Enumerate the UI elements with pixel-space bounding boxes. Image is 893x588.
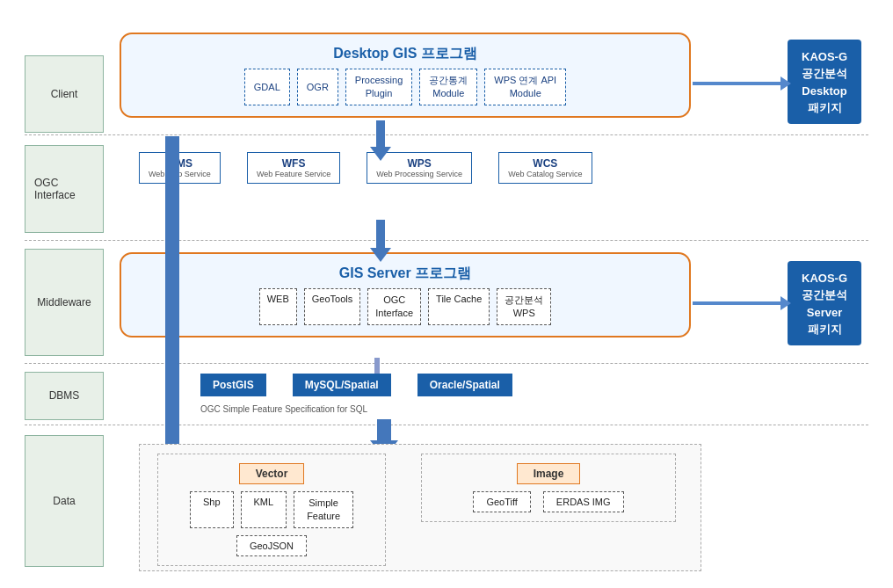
kaos-server-line1: KAOS-G <box>795 270 854 287</box>
kaos-server-line4: 패키지 <box>795 321 854 338</box>
kaos-server-box: KAOS-G 공간분석 Server 패키지 <box>788 261 861 345</box>
simple-feature-box: SimpleFeature <box>294 491 353 529</box>
spatial-wps-box: 공간분석WPS <box>497 288 551 326</box>
kaos-desktop-line1: KAOS-G <box>795 48 854 66</box>
oracle-box: Oracle/Spatial <box>417 374 512 396</box>
ogc-sql-label: OGC Simple Feature Specification for SQL <box>200 404 367 414</box>
kaos-desktop-line4: 패키지 <box>795 99 854 117</box>
kaos-desktop-line3: Desktop <box>795 83 854 100</box>
kaos-server-line2: 공간분석 <box>795 287 854 304</box>
divider-3 <box>25 363 868 364</box>
label-client: Client <box>25 55 104 133</box>
arrow-main-vertical <box>158 136 186 488</box>
spatial-stats-box: 공간통계Module <box>419 69 477 106</box>
postgis-box: PostGIS <box>200 374 266 396</box>
desktop-gis-box: Desktop GIS 프로그램 GDAL OGR ProcessingPlug… <box>120 33 691 119</box>
image-label: Image <box>517 463 581 484</box>
divider-1 <box>25 134 868 135</box>
label-middleware: Middleware <box>25 249 104 356</box>
ogc-row: WMS Web Map Service WFS Web Feature Serv… <box>139 152 592 184</box>
erdas-box: ERDAS IMG <box>543 491 624 512</box>
kaos-desktop-line2: 공간분석 <box>795 65 854 83</box>
gis-server-items: WEB GeoTools OGCInterface Tile Cache 공간분… <box>259 288 552 326</box>
ogc-interface-box: OGCInterface <box>367 288 421 326</box>
wps-api-box: WPS 연계 APIModule <box>484 69 566 106</box>
architecture-diagram: Client OGC Interface Middleware DBMS Dat… <box>25 13 868 576</box>
arrow-server-kaos <box>693 296 791 310</box>
vector-label: Vector <box>239 463 305 484</box>
kaos-desktop-box: KAOS-G 공간분석 Desktop 패키지 <box>788 40 861 124</box>
kaos-server-line3: Server <box>795 304 854 322</box>
gis-server-box: GIS Server 프로그램 WEB GeoTools OGCInterfac… <box>120 252 691 338</box>
ogr-box: OGR <box>297 69 338 106</box>
label-ogc: OGC Interface <box>25 145 104 233</box>
divider-2 <box>25 240 868 241</box>
tile-cache-box: Tile Cache <box>428 288 490 326</box>
desktop-title: Desktop GIS 프로그램 <box>333 45 477 63</box>
label-dbms: DBMS <box>25 372 104 420</box>
shp-box: Shp <box>190 491 234 529</box>
web-box: WEB <box>259 288 297 326</box>
arrow-desktop-to-ogc <box>370 120 391 161</box>
data-section: Vector Shp KML SimpleFeature GeoJSON Ima… <box>139 444 701 571</box>
geotools-box: GeoTools <box>304 288 360 326</box>
arrow-desktop-kaos <box>693 76 791 91</box>
wfs-box: WFS Web Feature Service <box>247 152 340 184</box>
processing-plugin-box: ProcessingPlugin <box>345 69 412 106</box>
gdal-box: GDAL <box>244 69 290 106</box>
vector-section: Vector Shp KML SimpleFeature GeoJSON <box>157 454 386 567</box>
mysql-box: MySQL/Spatial <box>293 374 391 396</box>
geojson-box: GeoJSON <box>236 535 307 556</box>
divider-4 <box>25 425 868 425</box>
geotiff-box: GeoTiff <box>473 491 530 512</box>
dbms-row: PostGIS MySQL/Spatial Oracle/Spatial <box>200 374 512 396</box>
kml-box: KML <box>241 491 287 529</box>
label-data: Data <box>25 435 104 567</box>
gis-server-title: GIS Server 프로그램 <box>339 265 471 283</box>
wcs-box: WCS Web Catalog Service <box>498 152 592 184</box>
desktop-items: GDAL OGR ProcessingPlugin 공간통계Module WPS… <box>244 69 566 106</box>
arrow-ogc-to-server <box>370 220 391 262</box>
image-section: Image GeoTiff ERDAS IMG <box>421 454 676 522</box>
